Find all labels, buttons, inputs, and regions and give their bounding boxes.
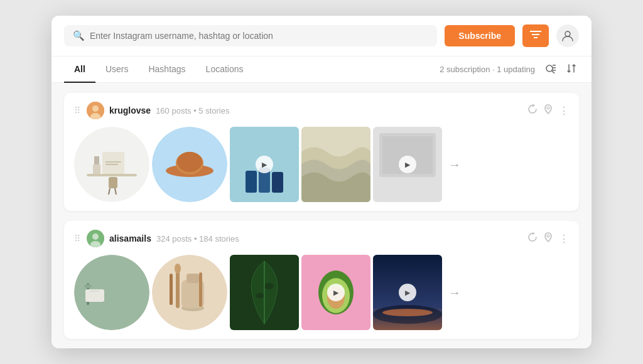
svg-rect-15 — [102, 152, 124, 174]
tabs-right-icons — [543, 62, 579, 77]
more-icon-kruglovse[interactable]: ⋮ — [559, 105, 569, 117]
more-icon-alisamails[interactable]: ⋮ — [559, 233, 569, 245]
feed-actions-alisamails: ⋮ — [527, 232, 569, 245]
feed-username-kruglovse: kruglovse — [109, 105, 151, 115]
image-monstera — [230, 255, 299, 330]
profile-button[interactable] — [556, 24, 579, 47]
svg-rect-48 — [176, 270, 180, 308]
sort-icon — [566, 63, 576, 73]
play-icon-2[interactable]: ▶ — [399, 156, 416, 173]
tabs: All Users Hashtags Locations — [64, 56, 440, 82]
svg-rect-28 — [246, 171, 257, 193]
svg-rect-19 — [94, 156, 99, 164]
play-icon-1[interactable]: ▶ — [256, 156, 273, 173]
tab-hashtags[interactable]: Hashtags — [138, 56, 195, 83]
drag-handle-alisa[interactable]: ⠿ — [74, 233, 80, 244]
svg-point-26 — [177, 152, 202, 172]
header: 🔍 Subscribe — [51, 16, 592, 56]
svg-point-10 — [92, 105, 99, 112]
avatar-alisamails — [87, 230, 104, 247]
svg-rect-47 — [186, 274, 199, 283]
svg-point-3 — [565, 31, 570, 36]
search-icon: 🔍 — [73, 30, 85, 41]
feed-meta-kruglovse: 160 posts • 5 stories — [156, 106, 229, 115]
svg-point-38 — [547, 235, 549, 237]
image-avocado: ▶ — [301, 255, 370, 330]
feed-username-alisamails: alisamails — [109, 233, 151, 244]
search-input[interactable] — [90, 31, 428, 41]
svg-rect-20 — [109, 177, 117, 188]
svg-line-5 — [552, 71, 555, 73]
svg-point-63 — [382, 309, 433, 316]
feed-actions-kruglovse: ⋮ — [527, 104, 569, 117]
sort-button[interactable] — [564, 62, 579, 77]
pin-icon-alisamails[interactable] — [544, 232, 553, 245]
image-desk — [74, 127, 149, 202]
feed-card-kruglovse: ⠿ kruglovse 160 posts • 5 stories — [64, 93, 579, 211]
svg-point-54 — [256, 293, 264, 298]
svg-rect-50 — [170, 274, 173, 305]
image-sand — [301, 127, 370, 202]
play-icon-3[interactable]: ▶ — [327, 284, 345, 301]
next-arrow-kruglovse[interactable]: → — [445, 158, 465, 172]
svg-rect-30 — [272, 172, 283, 193]
svg-point-49 — [175, 264, 181, 274]
drag-handle[interactable]: ⠿ — [74, 105, 80, 115]
image-blue-tins: ▶ — [230, 127, 299, 202]
search-list-button[interactable] — [543, 62, 559, 77]
feed-card-header-kruglovse: ⠿ kruglovse 160 posts • 5 stories — [74, 102, 569, 119]
refresh-icon-alisamails[interactable] — [527, 232, 538, 245]
feed-card-header-alisamails: ⠿ alisamails 324 posts • 184 stories — [74, 230, 569, 247]
avatar-kruglovse — [87, 102, 104, 119]
feed-meta-alisamails: 324 posts • 184 stories — [156, 234, 239, 244]
play-icon-4[interactable]: ▶ — [399, 284, 416, 301]
tab-all[interactable]: All — [64, 56, 95, 83]
filter-button[interactable] — [522, 24, 549, 47]
image-wood-tools — [152, 255, 227, 330]
svg-point-53 — [264, 283, 274, 289]
tabs-row: All Users Hashtags Locations 2 subscript… — [51, 56, 592, 83]
image-gray: ▶ — [373, 127, 442, 202]
svg-point-36 — [92, 233, 99, 240]
svg-point-12 — [547, 107, 549, 109]
subscribe-button[interactable]: Subscribe — [445, 25, 515, 46]
filter-icon — [530, 30, 541, 41]
svg-rect-17 — [105, 164, 118, 165]
image-sunset: ▶ — [373, 255, 442, 330]
image-hat — [152, 127, 227, 202]
tabs-right: 2 subscription · 1 updating — [440, 62, 579, 77]
svg-point-41 — [84, 284, 92, 288]
images-row-alisamails: ▶ — [74, 255, 569, 330]
next-arrow-alisamails[interactable]: → — [445, 286, 465, 300]
images-row-kruglovse: ▶ — [74, 127, 569, 202]
content: ⠿ kruglovse 160 posts • 5 stories — [51, 83, 592, 348]
svg-rect-51 — [199, 272, 202, 307]
tab-locations[interactable]: Locations — [196, 56, 254, 83]
user-icon — [561, 29, 574, 42]
search-list-icon — [545, 63, 556, 73]
app-window: 🔍 Subscribe All Users Hashtags — [51, 16, 592, 348]
svg-rect-18 — [93, 164, 100, 174]
feed-card-alisamails: ⠿ alisamails 324 posts • 184 stories — [64, 221, 579, 339]
search-bar[interactable]: 🔍 — [64, 25, 437, 46]
image-green-wall — [74, 255, 149, 330]
refresh-icon-kruglovse[interactable] — [527, 104, 538, 117]
tab-users[interactable]: Users — [95, 56, 139, 83]
svg-rect-16 — [105, 161, 121, 163]
subscription-status: 2 subscription · 1 updating — [440, 65, 535, 74]
svg-rect-14 — [87, 174, 137, 176]
pin-icon-kruglovse[interactable] — [544, 104, 553, 117]
